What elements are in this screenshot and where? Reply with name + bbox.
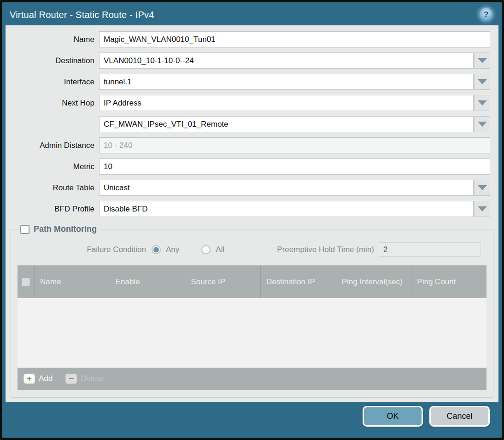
route-table-input[interactable] [99, 180, 474, 196]
failure-condition-radio-group: Any All [152, 245, 224, 254]
radio-any[interactable]: Any [152, 245, 179, 254]
path-monitoring-legend: Path Monitoring [17, 224, 100, 234]
question-mark-icon: ? [484, 11, 488, 18]
column-header-name[interactable]: Name [35, 265, 110, 298]
radio-all-label: All [216, 245, 224, 254]
form-row-admin-distance: Admin Distance [6, 137, 490, 153]
route-table-label: Route Table [6, 183, 99, 193]
chevron-down-icon [478, 100, 487, 106]
name-input[interactable] [99, 31, 490, 47]
name-label: Name [6, 35, 99, 44]
next-hop-type-input[interactable] [99, 95, 474, 111]
bfd-profile-dropdown-button[interactable] [475, 201, 490, 217]
add-button-label: Add [39, 374, 53, 383]
cancel-button[interactable]: Cancel [429, 406, 490, 427]
next-hop-type-dropdown-button[interactable] [475, 95, 490, 111]
plus-icon: + [23, 374, 35, 384]
form-row-interface: Interface [6, 74, 490, 90]
dialog-virtual-router-static-route: Virtual Router - Static Route - IPv4 ? N… [0, 0, 504, 440]
table-body-empty [18, 298, 486, 368]
bfd-profile-input[interactable] [99, 201, 474, 217]
path-monitoring-section: Path Monitoring Failure Condition Any Al… [11, 224, 493, 398]
form-row-destination: Destination [6, 53, 490, 69]
path-monitoring-table: Name Enable Source IP Destination IP Pin… [18, 265, 486, 390]
admin-distance-label: Admin Distance [6, 141, 99, 150]
add-button[interactable]: + Add [23, 374, 53, 384]
interface-label: Interface [6, 77, 99, 87]
path-monitoring-title: Path Monitoring [34, 224, 97, 234]
chevron-down-icon [478, 185, 487, 190]
failure-condition-row: Failure Condition Any All Preemptive Hol… [11, 242, 481, 257]
destination-label: Destination [6, 56, 99, 65]
column-header-source-ip[interactable]: Source IP [185, 265, 261, 298]
form-row-next-hop: Next Hop [6, 95, 490, 111]
metric-input[interactable] [99, 158, 490, 175]
column-header-enable[interactable]: Enable [110, 265, 186, 298]
delete-button-label: Delete [81, 374, 103, 383]
dialog-content-panel: Name Destination Interface [6, 25, 498, 402]
table-toolbar: + Add − Delete [18, 368, 486, 390]
column-header-ping-count[interactable]: Ping Count [411, 265, 486, 298]
table-header-checkbox-cell [18, 265, 35, 298]
radio-all[interactable]: All [201, 245, 224, 254]
next-hop-address-dropdown-button[interactable] [475, 116, 490, 132]
preemptive-hold-time-input[interactable] [379, 242, 481, 257]
form-row-name: Name [6, 31, 490, 47]
destination-input[interactable] [99, 53, 474, 69]
minus-icon: − [65, 374, 77, 384]
help-button[interactable]: ? [480, 8, 492, 21]
metric-label: Metric [6, 162, 99, 171]
form-row-route-table: Route Table [6, 180, 490, 196]
route-table-dropdown-button[interactable] [475, 180, 490, 196]
chevron-down-icon [478, 206, 487, 211]
table-header-row: Name Enable Source IP Destination IP Pin… [18, 265, 486, 298]
column-header-ping-interval[interactable]: Ping Interval(sec) [336, 265, 412, 298]
destination-dropdown-button[interactable] [475, 53, 490, 69]
failure-condition-label: Failure Condition [11, 245, 152, 254]
form-row-metric: Metric [6, 158, 490, 175]
radio-all-circle [201, 245, 211, 254]
interface-input[interactable] [99, 74, 474, 90]
dialog-title: Virtual Router - Static Route - IPv4 [10, 10, 154, 20]
chevron-down-icon [478, 58, 487, 63]
form-row-next-hop-value [6, 116, 490, 132]
chevron-down-icon [478, 79, 487, 84]
path-monitoring-checkbox[interactable] [20, 225, 29, 234]
form-row-bfd-profile: BFD Profile [6, 201, 490, 217]
ok-button[interactable]: OK [363, 406, 423, 427]
column-header-destination-ip[interactable]: Destination IP [261, 265, 336, 298]
title-bar: Virtual Router - Static Route - IPv4 ? [2, 2, 502, 25]
delete-button[interactable]: − Delete [65, 374, 103, 384]
next-hop-label: Next Hop [6, 99, 99, 108]
preemptive-hold-time-label: Preemptive Hold Time (min) [277, 245, 379, 254]
bfd-profile-label: BFD Profile [6, 205, 99, 214]
dialog-footer: OK Cancel [2, 402, 502, 438]
select-all-checkbox[interactable] [22, 278, 30, 286]
interface-dropdown-button[interactable] [475, 74, 490, 90]
admin-distance-input[interactable] [99, 137, 490, 153]
radio-any-circle [152, 245, 161, 254]
chevron-down-icon [478, 122, 487, 127]
radio-any-label: Any [166, 245, 179, 254]
next-hop-address-input[interactable] [99, 116, 474, 132]
